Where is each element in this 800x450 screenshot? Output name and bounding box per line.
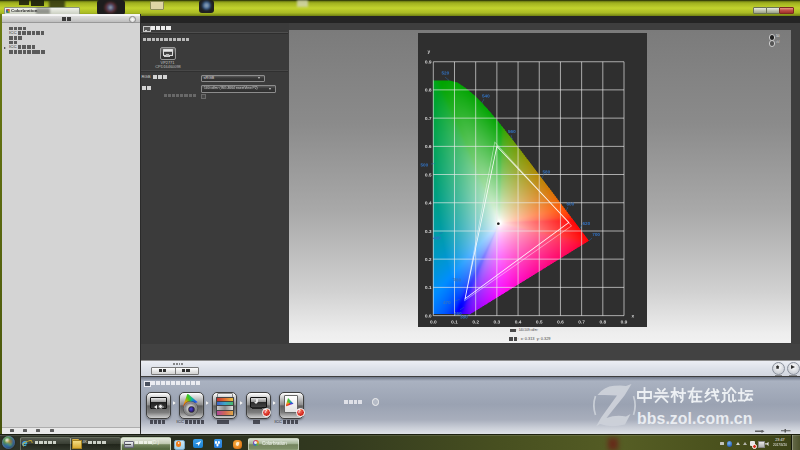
svg-text:bbs.zol.com.cn: bbs.zol.com.cn xyxy=(637,410,753,427)
